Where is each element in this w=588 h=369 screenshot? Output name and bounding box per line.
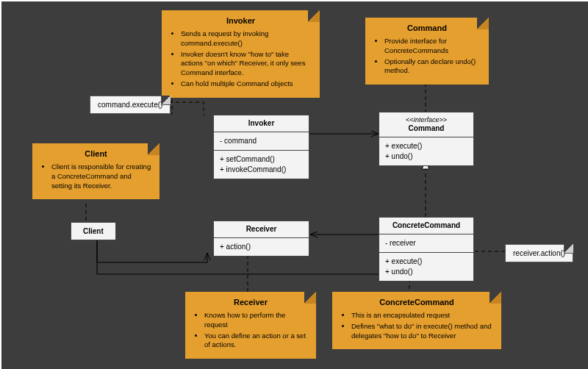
note-receiver: Receiver Knows how to perform the reques… <box>185 292 316 359</box>
class-invoker: Invoker - command + setCommand() + invok… <box>213 115 309 179</box>
class-command-stereotype: <<Interface>> <box>384 116 469 124</box>
class-invoker-name: Invoker <box>214 115 309 132</box>
note-client-title: Client <box>40 149 152 158</box>
note-invoker-title: Invoker <box>169 16 312 25</box>
note-command-title: Command <box>373 24 481 32</box>
note-receiver-b2: You can define an action or a set of act… <box>204 332 309 351</box>
note-receiver-b1: Knows how to perform the request <box>204 311 309 330</box>
class-concrete-command: ConcreteCommand - receiver + execute() +… <box>379 217 474 282</box>
class-command-op1: + execute() <box>385 141 467 151</box>
class-cc-op2: + undo() <box>385 267 467 277</box>
mininote-receiver-action: receiver.action() <box>505 244 573 262</box>
class-receiver-op1: + action() <box>220 242 303 252</box>
note-concrete-command-title: ConcreteCommand <box>340 298 494 307</box>
mininote-command-execute: command.execute() <box>90 96 171 114</box>
note-invoker-b2: Invoker doesn't know "how to" take actio… <box>181 50 312 78</box>
note-concrete-command: ConcreteCommand This is an encapsulated … <box>332 292 501 349</box>
note-cc-b1: This is an encapsulated request <box>351 311 494 320</box>
note-cc-b2: Defines "what to do" in execute() method… <box>351 322 494 341</box>
note-invoker: Invoker Sends a request by invoking comm… <box>162 10 320 98</box>
note-command: Command Provide interface for ConcreteCo… <box>365 18 489 85</box>
class-cc-name: ConcreteCommand <box>379 218 473 234</box>
class-invoker-op2: + invokeCommand() <box>220 165 303 175</box>
note-command-b2: Optionally can declare undo() method. <box>384 57 481 76</box>
class-receiver: Receiver + action() <box>213 221 309 257</box>
class-command: <<Interface>> Command + execute() + undo… <box>379 112 474 166</box>
class-command-name: Command <box>409 124 445 132</box>
note-receiver-title: Receiver <box>193 298 309 307</box>
diagram-canvas: Invoker Sends a request by invoking comm… <box>1 1 588 369</box>
class-cc-attr1: - receiver <box>385 238 467 248</box>
note-command-b1: Provide interface for ConcreteCommands <box>384 37 481 56</box>
class-client: Client <box>71 222 116 240</box>
note-invoker-b1: Sends a request by invoking command.exec… <box>181 29 312 49</box>
class-command-op2: + undo() <box>385 151 467 162</box>
class-receiver-name: Receiver <box>214 221 309 238</box>
note-client-b1: Client is responsible for creating a Con… <box>51 162 152 190</box>
note-invoker-b3: Can hold multiple Command objects <box>181 79 312 89</box>
class-cc-op1: + execute() <box>385 257 467 267</box>
class-invoker-attr1: - command <box>220 136 303 146</box>
class-invoker-op1: + setCommand() <box>220 154 303 165</box>
note-client: Client Client is responsible for creatin… <box>32 143 159 199</box>
